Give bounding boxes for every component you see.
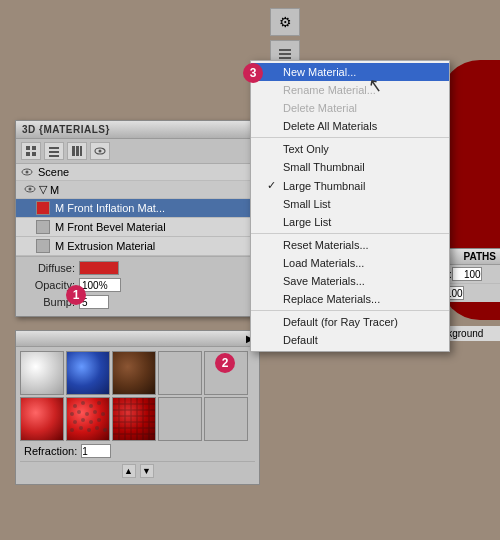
right-panel-tab-paths[interactable]: PATHS xyxy=(464,251,496,262)
scroll-down-icon[interactable]: ▼ xyxy=(140,464,154,478)
opacity-input[interactable] xyxy=(79,278,121,292)
menu-item-reset-materials[interactable]: Reset Materials... xyxy=(251,236,449,254)
menu-label-small-thumbnail: Small Thumbnail xyxy=(283,161,365,173)
swatch-bottom-bar: ▲ ▼ xyxy=(20,461,255,480)
svg-rect-9 xyxy=(49,155,59,157)
layer-row[interactable]: ▽ M xyxy=(16,181,274,199)
svg-rect-4 xyxy=(32,146,36,150)
layer-triangle: ▽ xyxy=(39,183,47,196)
svg-point-14 xyxy=(99,150,102,153)
bump-row: Bump: xyxy=(20,295,270,309)
toolbar-list-btn[interactable] xyxy=(44,142,64,160)
svg-point-27 xyxy=(101,412,105,416)
svg-point-29 xyxy=(81,418,85,422)
menu-item-rename-material: Rename Material... xyxy=(251,81,449,99)
scene-label: Scene xyxy=(38,166,69,178)
svg-point-18 xyxy=(29,187,32,190)
scroll-up-icon[interactable]: ▲ xyxy=(122,464,136,478)
menu-sep-2 xyxy=(251,233,449,234)
menu-label-rename-material: Rename Material... xyxy=(283,84,376,96)
svg-rect-2 xyxy=(279,57,291,59)
scene-row[interactable]: Scene xyxy=(16,164,274,181)
menu-item-small-thumbnail[interactable]: Small Thumbnail xyxy=(251,158,449,176)
svg-rect-10 xyxy=(72,146,75,156)
svg-point-30 xyxy=(89,420,93,424)
svg-rect-0 xyxy=(279,49,291,51)
swatch-red-bumpy-sphere[interactable] xyxy=(66,397,110,441)
menu-item-new-material[interactable]: New Material... xyxy=(251,63,449,81)
badge-2: 2 xyxy=(215,353,235,373)
context-menu: New Material... Rename Material... Delet… xyxy=(250,60,450,352)
swatch-red-plain-sphere[interactable] xyxy=(20,397,64,441)
panel-title: 3D {MATERIALS} xyxy=(22,124,110,135)
svg-rect-11 xyxy=(76,146,79,156)
menu-label-default-ray: Default (for Ray Tracer) xyxy=(283,316,398,328)
menu-label-replace: Replace Materials... xyxy=(283,293,380,305)
swatch-brown-sphere[interactable] xyxy=(112,351,156,395)
svg-point-21 xyxy=(89,404,93,408)
panel-header: 3D {MATERIALS} ▶▶ xyxy=(16,121,274,139)
opacity-row: Opacity: xyxy=(20,278,270,292)
menu-label-save: Save Materials... xyxy=(283,275,365,287)
menu-label-load: Load Materials... xyxy=(283,257,364,269)
menu-label-reset: Reset Materials... xyxy=(283,239,369,251)
refraction-input[interactable] xyxy=(81,444,111,458)
menu-item-small-list[interactable]: Small List xyxy=(251,195,449,213)
menu-item-large-thumbnail[interactable]: ✓ Large Thumbnail xyxy=(251,176,449,195)
svg-point-33 xyxy=(79,426,83,430)
swatch-white-sphere[interactable] xyxy=(20,351,64,395)
menu-item-default[interactable]: Default xyxy=(251,331,449,349)
menu-item-large-list[interactable]: Large List xyxy=(251,213,449,231)
menu-label-text-only: Text Only xyxy=(283,143,329,155)
check-large-thumbnail: ✓ xyxy=(267,179,279,192)
menu-item-delete-all[interactable]: Delete All Materials xyxy=(251,117,449,135)
diffuse-label: Diffuse: xyxy=(20,262,75,274)
svg-point-16 xyxy=(26,171,29,174)
diffuse-row: Diffuse: xyxy=(20,261,270,275)
menu-item-save-materials[interactable]: Save Materials... xyxy=(251,272,449,290)
svg-rect-1 xyxy=(279,53,291,55)
svg-point-25 xyxy=(85,412,89,416)
layer-label: M xyxy=(50,184,59,196)
toolbar-eye-btn[interactable] xyxy=(90,142,110,160)
layer-eye-icon xyxy=(24,184,36,196)
swatch-blue-sphere[interactable] xyxy=(66,351,110,395)
svg-point-32 xyxy=(70,428,74,432)
material-item-0[interactable]: M Front Inflation Mat... xyxy=(16,199,274,218)
menu-label-small-list: Small List xyxy=(283,198,331,210)
material-item-1[interactable]: M Front Bevel Material xyxy=(16,218,274,237)
svg-rect-5 xyxy=(26,152,30,156)
material-swatch-1 xyxy=(36,220,50,234)
panel-toolbar xyxy=(16,139,274,164)
swatch-empty-4 xyxy=(204,397,248,441)
menu-label-default: Default xyxy=(283,334,318,346)
toolbar-columns-btn[interactable] xyxy=(67,142,87,160)
scene-eye-icon xyxy=(20,166,34,178)
menu-item-text-only[interactable]: Text Only xyxy=(251,140,449,158)
menu-item-load-materials[interactable]: Load Materials... xyxy=(251,254,449,272)
material-item-2[interactable]: M Extrusion Material xyxy=(16,237,274,256)
menu-item-default-ray[interactable]: Default (for Ray Tracer) xyxy=(251,313,449,331)
material-swatch-0 xyxy=(36,201,50,215)
svg-rect-3 xyxy=(26,146,30,150)
svg-point-36 xyxy=(103,428,107,432)
materials-panel: 3D {MATERIALS} ▶▶ xyxy=(15,120,275,317)
opacity-input-right[interactable] xyxy=(452,267,482,281)
menu-item-replace-materials[interactable]: Replace Materials... xyxy=(251,290,449,308)
material-name-2: M Extrusion Material xyxy=(55,240,155,252)
gear-icon[interactable]: ⚙ xyxy=(270,8,300,36)
properties-area: Diffuse: Opacity: Bump: xyxy=(16,256,274,316)
menu-item-delete-material: Delete Material xyxy=(251,99,449,117)
swatch-empty-1 xyxy=(158,351,202,395)
svg-point-34 xyxy=(87,428,91,432)
toolbar-grid-btn[interactable] xyxy=(21,142,41,160)
svg-point-22 xyxy=(97,401,101,405)
svg-point-19 xyxy=(73,404,77,408)
material-swatch-2 xyxy=(36,239,50,253)
refraction-label: Refraction: xyxy=(24,445,77,457)
menu-label-large-list: Large List xyxy=(283,216,331,228)
swatch-red-texture-sphere[interactable] xyxy=(112,397,156,441)
badge-3: 3 xyxy=(243,63,263,83)
diffuse-swatch[interactable] xyxy=(79,261,119,275)
svg-point-23 xyxy=(70,412,74,416)
